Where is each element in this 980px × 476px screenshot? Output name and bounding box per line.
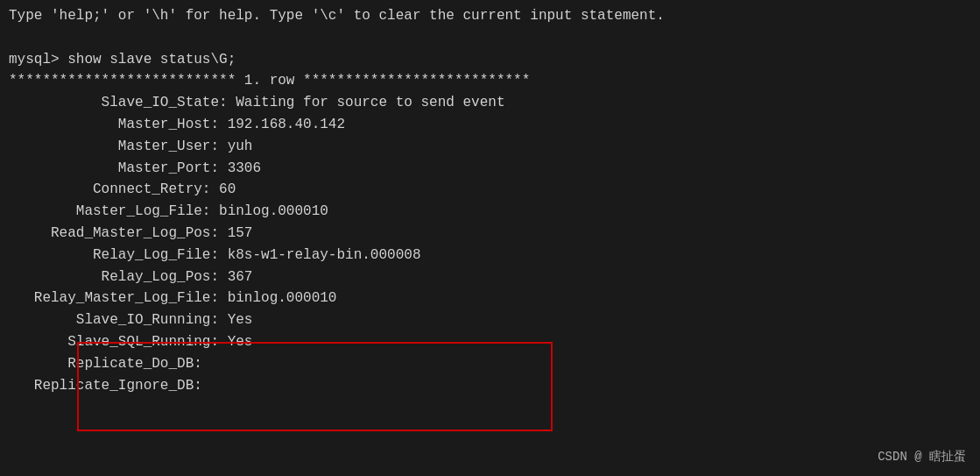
field-master-host: Master_Host: 192.168.40.142 — [9, 114, 971, 136]
prompt: mysql> — [9, 52, 60, 67]
empty-line — [9, 27, 971, 49]
watermark: CSDN @ 瞎扯蛋 — [878, 448, 966, 467]
terminal-window: Type 'help;' or '\h' for help. Type '\c'… — [0, 0, 980, 476]
hint-line: Type 'help;' or '\h' for help. Type '\c'… — [9, 5, 971, 27]
field-master-log-file: Master_Log_File: binlog.000010 — [9, 201, 971, 223]
field-slave-io-state: Slave_IO_State: Waiting for source to se… — [9, 92, 971, 114]
field-slave-sql-running: Slave_SQL_Running: Yes — [9, 331, 971, 353]
field-replicate-ignore-db: Replicate_Ignore_DB: — [9, 375, 971, 397]
field-slave-io-running: Slave_IO_Running: Yes — [9, 309, 971, 331]
field-relay-log-file: Relay_Log_File: k8s-w1-relay-bin.000008 — [9, 245, 971, 266]
field-connect-retry: Connect_Retry: 60 — [9, 179, 971, 201]
command-line: mysql> show slave status\G; — [9, 49, 971, 71]
command-text: show slave status\G; — [60, 52, 236, 67]
field-replicate-do-db: Replicate_Do_DB: — [9, 353, 971, 375]
separator-line: *************************** 1. row *****… — [9, 70, 971, 92]
field-relay-log-pos: Relay_Log_Pos: 367 — [9, 266, 971, 288]
field-master-user: Master_User: yuh — [9, 136, 971, 158]
field-master-port: Master_Port: 3306 — [9, 158, 971, 180]
field-read-master-log-pos: Read_Master_Log_Pos: 157 — [9, 223, 971, 245]
field-relay-master-log-file: Relay_Master_Log_File: binlog.000010 — [9, 288, 971, 309]
